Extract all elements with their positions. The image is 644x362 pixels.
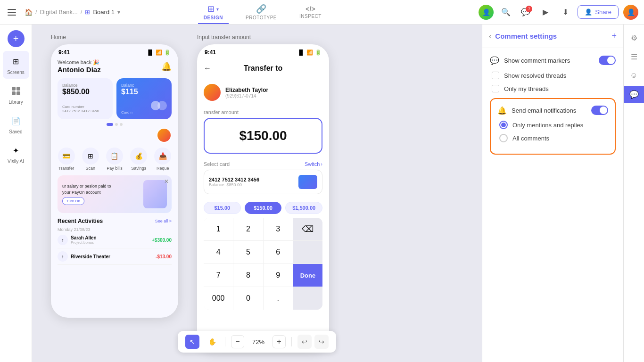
undo-button[interactable]: ↩ <box>297 335 312 349</box>
user-name: Antonio Diaz <box>58 66 101 74</box>
key-delete[interactable]: ⌫ <box>293 218 322 240</box>
project-name[interactable]: Digital Bank... <box>40 8 78 16</box>
board-name: Board 1 <box>93 8 115 16</box>
sidebar-item-screens[interactable]: ⊞ Screens <box>3 51 29 79</box>
signal-icon: ▐▌ <box>146 49 154 55</box>
avatar-row <box>58 128 172 143</box>
card1[interactable]: Balance $850.00 Card number 2412 7512 34… <box>58 78 113 119</box>
show-markers-toggle[interactable] <box>599 56 616 65</box>
screen2-wrapper: Input transfer amount 9:41 ▐▌ 📶 🔋 ← Tran… <box>197 34 329 353</box>
key-2[interactable]: 2 <box>233 218 263 240</box>
notification-bell-icon[interactable]: 🔔 <box>161 61 172 72</box>
email-notifications-toggle[interactable] <box>591 106 608 115</box>
card-num: 2412 7512 3412 3456 <box>209 177 259 182</box>
user-avatar-main[interactable]: 👤 <box>479 5 494 20</box>
card2[interactable]: Balanc $115 Card n <box>116 78 172 119</box>
key-000[interactable]: 000 <box>204 287 233 310</box>
key-1[interactable]: 1 <box>204 218 233 240</box>
hamburger-menu[interactable] <box>6 5 21 20</box>
select-tool-button[interactable]: ↖ <box>185 335 199 349</box>
layers-icon[interactable]: ☰ <box>626 48 643 65</box>
all-comments-radio[interactable] <box>499 134 508 142</box>
emoji-icon[interactable]: ☺ <box>626 67 643 84</box>
action-request[interactable]: 📥 Reque <box>154 148 171 171</box>
sidebar-item-library[interactable]: Library <box>3 81 29 108</box>
user-avatar-secondary[interactable]: 👤 <box>623 5 638 20</box>
key-8[interactable]: 8 <box>233 264 263 287</box>
download-button[interactable]: ⬇ <box>558 5 573 20</box>
zoom-in-button[interactable]: + <box>272 335 286 348</box>
action-transfer[interactable]: 💳 Transfer <box>58 148 75 171</box>
show-resolved-checkbox[interactable] <box>492 72 499 79</box>
key-4[interactable]: 4 <box>204 241 233 263</box>
key-3[interactable]: 3 <box>264 218 293 240</box>
request-label: Reque <box>157 166 169 171</box>
transfer-label: Transfer <box>58 166 74 171</box>
key-6[interactable]: 6 <box>264 241 293 263</box>
activity-amount-sarah: +$300.00 <box>152 238 172 243</box>
promo-button[interactable]: Turn On <box>62 197 84 205</box>
switch-link[interactable]: Switch › <box>305 161 322 167</box>
action-paybills[interactable]: 📋 Pay bills <box>106 148 123 171</box>
home-icon[interactable]: 🏠 <box>25 8 33 16</box>
action-savings[interactable]: 💰 Savings <box>130 148 147 171</box>
request-icon: 📥 <box>154 148 171 165</box>
left-sidebar: + ⊞ Screens Library 📄 Saved ✦ Visily AI <box>0 25 32 362</box>
balance2-label: Balanc <box>121 83 167 88</box>
activity-date: Monday 21/08/23 <box>58 227 172 232</box>
screen1-status-icons: ▐▌ 📶 🔋 <box>146 49 171 56</box>
design-settings-icon[interactable]: ⚙ <box>626 29 643 46</box>
mentions-only-radio[interactable] <box>499 121 508 129</box>
visily-icon: ✦ <box>9 144 23 157</box>
pan-tool-button[interactable]: ✋ <box>205 335 219 349</box>
key-0[interactable]: 0 <box>233 287 263 310</box>
back-button[interactable]: ← <box>204 64 211 73</box>
saved-icon: 📄 <box>9 114 23 127</box>
design-tab-label: DESIGN <box>204 15 223 20</box>
quick-amount-1500[interactable]: $1,500.00 <box>285 202 322 214</box>
savings-label: Savings <box>131 166 146 171</box>
card-info-box: 2412 7512 3412 3456 Balance: $850.00 <box>204 170 322 194</box>
see-all-link[interactable]: See all > <box>155 219 172 223</box>
key-9[interactable]: 9 <box>264 264 293 287</box>
library-label: Library <box>8 99 23 105</box>
comments-badge: 7 <box>526 6 532 12</box>
collapse-panel-button[interactable]: ‹ <box>489 32 491 41</box>
sidebar-item-visily[interactable]: ✦ Visily AI <box>3 140 29 168</box>
quick-amount-15[interactable]: $15.00 <box>204 202 241 214</box>
play-button[interactable]: ▶ <box>538 5 553 20</box>
activity-icon-riverside: ↑ <box>58 251 68 262</box>
comments-button[interactable]: 💬 7 <box>518 5 533 20</box>
actions-row: 💳 Transfer ⊞ Scan 📋 Pay bills 💰 <box>58 148 172 171</box>
only-my-threads-checkbox[interactable] <box>492 85 499 92</box>
amount-input-box[interactable]: $150.00 <box>204 118 322 154</box>
zoom-out-button[interactable]: − <box>231 335 244 348</box>
breadcrumb-chevron[interactable]: ▾ <box>117 9 120 16</box>
welcome-row: Welcome back 🎉 Antonio Diaz 🔔 <box>58 59 172 74</box>
key-dot[interactable]: . <box>264 287 293 310</box>
tab-inspect[interactable]: </> INSPECT <box>294 3 327 21</box>
inspect-tab-label: INSPECT <box>299 14 322 19</box>
key-done[interactable]: Done <box>293 264 322 287</box>
sidebar-item-saved[interactable]: 📄 Saved <box>3 110 29 138</box>
tab-prototype[interactable]: 🔗 PROTOTYPE <box>240 2 282 22</box>
activity-amount-riverside: -$13.00 <box>156 254 172 259</box>
add-screen-button[interactable]: + <box>8 30 25 47</box>
battery-icon: 🔋 <box>164 49 171 56</box>
activity-icon-sarah: ↑ <box>58 235 68 245</box>
email-notifications-section: 🔔 Send email notifications Only mentions… <box>490 98 616 155</box>
add-comment-button[interactable]: + <box>611 31 617 41</box>
key-5[interactable]: 5 <box>233 241 263 263</box>
comments-panel-icon[interactable]: 💬 <box>624 86 644 103</box>
key-7[interactable]: 7 <box>204 264 233 287</box>
search-button[interactable]: 🔍 <box>498 5 513 20</box>
promo-close-icon[interactable]: ✕ <box>164 178 169 185</box>
screen1-frame: 9:41 ▐▌ 📶 🔋 Welcome back 🎉 Antonio Diaz … <box>51 44 178 318</box>
action-scan[interactable]: ⊞ Scan <box>82 148 99 171</box>
tab-design[interactable]: ⊞ ▾ DESIGN <box>198 2 229 22</box>
redo-button[interactable]: ↪ <box>314 335 329 349</box>
scan-label: Scan <box>86 166 96 171</box>
share-button[interactable]: 👤 Share <box>578 5 619 19</box>
screens-icon: ⊞ <box>9 55 23 68</box>
quick-amount-150[interactable]: $150.00 <box>245 202 282 214</box>
